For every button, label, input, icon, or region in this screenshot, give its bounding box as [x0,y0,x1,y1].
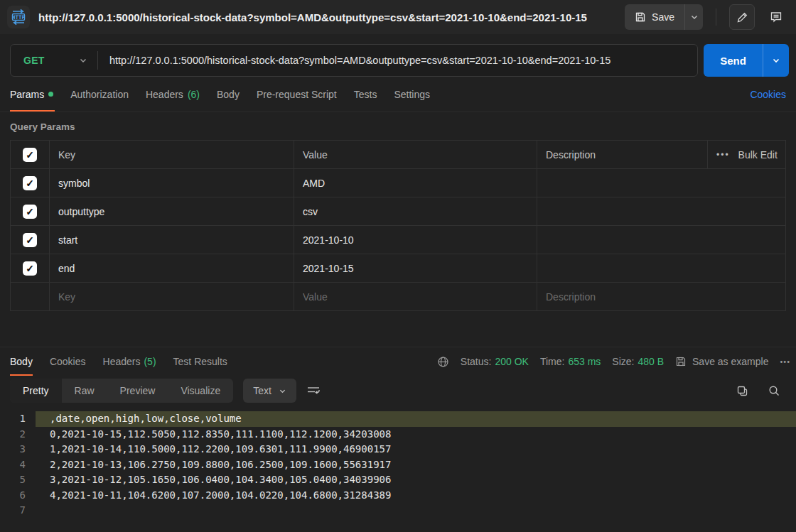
param-row-start: ✓ start 2021-10-10 [11,226,785,254]
edit-button[interactable] [729,4,755,30]
response-tab-cookies-label: Cookies [50,356,86,367]
tab-params[interactable]: Params [10,77,62,112]
url-input[interactable] [98,45,697,76]
line-content: ,date,open,high,low,close,volume [36,411,796,427]
row-checkbox[interactable]: ✓ [23,205,37,219]
tab-headers-label: Headers [146,89,183,100]
request-builder: GET Send [0,34,796,77]
status-badge: Status:200 OK [461,356,529,367]
response-tabs: Body Cookies Headers (5) Test Results St… [0,347,796,376]
view-visualize-button[interactable]: Visualize [168,379,233,403]
tab-body-label: Body [217,89,240,100]
comment-icon [770,11,782,23]
param-value[interactable]: 2021-10-15 [294,254,537,282]
globe-icon[interactable] [437,356,449,368]
more-options-icon[interactable]: ••• [716,150,730,160]
response-tab-body[interactable]: Body [10,347,41,376]
param-description[interactable] [537,254,785,282]
wrap-lines-icon [306,385,321,396]
param-value[interactable]: 2021-10-10 [294,226,537,254]
svg-text:HTTP: HTTP [12,14,26,21]
param-key[interactable]: start [50,226,294,254]
select-all-checkbox[interactable]: ✓ [23,148,37,162]
save-button[interactable]: Save [625,4,684,30]
line-number: 5 [0,472,36,488]
new-param-description-input[interactable] [546,291,777,303]
new-param-key-input[interactable] [58,291,285,303]
view-raw-button[interactable]: Raw [62,379,107,403]
response-tab-test-results-label: Test Results [173,356,227,367]
tab-pre-request-script[interactable]: Pre-request Script [248,77,345,112]
chevron-down-icon [79,56,87,65]
save-options-caret[interactable] [684,4,703,30]
tab-headers[interactable]: Headers (6) [137,77,208,112]
response-tab-body-label: Body [10,356,33,367]
send-button[interactable]: Send [704,44,763,77]
wrap-lines-button[interactable] [306,385,321,396]
search-response-button[interactable] [768,385,780,397]
send-options-caret[interactable] [763,44,789,77]
search-icon [768,385,780,397]
tab-settings[interactable]: Settings [385,77,439,112]
method-selector[interactable]: GET [11,45,97,76]
response-meta: Status:200 OK Time:653 ms Size:480 B Sav… [437,347,786,376]
view-mode-segmented-control: Pretty Raw Preview Visualize [10,379,233,403]
tab-body[interactable]: Body [208,77,248,112]
view-preview-button[interactable]: Preview [107,379,168,403]
tab-params-label: Params [10,89,44,100]
param-row-empty [11,283,785,310]
view-pretty-button[interactable]: Pretty [10,379,62,403]
response-tab-test-results[interactable]: Test Results [165,347,236,376]
headers-count: (6) [188,89,200,100]
value-column-header: Value [294,141,537,168]
comments-button[interactable] [763,4,789,30]
tab-tests-label: Tests [354,89,377,100]
tab-tests[interactable]: Tests [345,77,386,112]
param-description[interactable] [537,197,785,225]
response-headers-count: (5) [144,356,156,367]
format-label: Text [253,385,271,396]
param-description[interactable] [537,226,785,254]
row-checkbox[interactable]: ✓ [23,233,37,247]
response-tab-headers[interactable]: Headers (5) [95,347,165,376]
cookies-link[interactable]: Cookies [750,77,786,112]
code-line: 2 0,2021-10-15,112.5050,112.8350,111.110… [0,427,796,443]
row-checkbox[interactable]: ✓ [23,261,37,276]
tab-authorization[interactable]: Authorization [62,77,137,112]
chevron-down-icon [690,13,699,21]
code-line: 1 ,date,open,high,low,close,volume [0,411,796,427]
active-tab-underline [10,110,55,112]
query-params-title: Query Params [0,112,796,140]
format-dropdown[interactable]: Text [243,379,296,403]
new-param-value-input[interactable] [303,291,528,303]
request-tabs: Params Authorization Headers (6) Body Pr… [0,77,796,112]
response-body-viewer[interactable]: 1 ,date,open,high,low,close,volume 2 0,2… [0,408,796,519]
param-key[interactable]: symbol [50,169,294,197]
code-line: 4 2,2021-10-13,106.2750,109.8800,106.250… [0,457,796,473]
line-number: 3 [0,442,36,457]
response-more-options-icon[interactable]: ••• [780,357,790,366]
param-value[interactable]: csv [294,197,537,225]
pencil-icon [736,11,748,23]
line-content: 0,2021-10-15,112.5050,112.8350,111.1100,… [36,427,796,443]
row-checkbox[interactable]: ✓ [23,176,37,190]
request-title: http://127.0.0.1:5000/historical-stock-d… [38,11,616,23]
url-box: GET [10,44,698,77]
response-tab-headers-label: Headers [103,356,141,367]
bulk-edit-button[interactable]: Bulk Edit [738,149,778,161]
save-as-example-button[interactable]: Save as example [675,356,768,367]
save-icon [635,11,646,23]
param-description[interactable] [537,169,785,197]
code-line: 3 1,2021-10-14,110.5000,112.2200,109.630… [0,442,796,457]
param-key[interactable]: end [50,254,294,282]
line-content: 3,2021-10-12,105.1650,106.0400,104.3400,… [36,472,796,488]
copy-button[interactable] [736,385,748,397]
response-tab-cookies[interactable]: Cookies [41,347,95,376]
param-value[interactable]: AMD [294,169,537,197]
chevron-down-icon [279,387,286,395]
line-number: 1 [0,411,36,427]
line-number: 4 [0,457,36,473]
size-badge: Size:480 B [612,356,664,367]
line-number: 2 [0,427,36,443]
param-key[interactable]: outputtype [50,197,294,225]
